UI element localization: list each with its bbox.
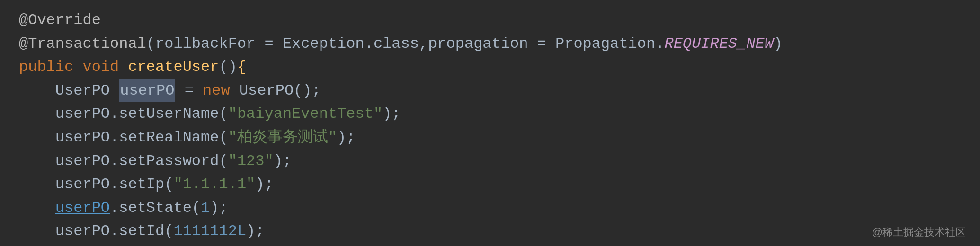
open-brace: { [237, 55, 246, 79]
indent-7 [19, 220, 55, 243]
paren-r4: ); [255, 173, 273, 196]
dot-5: . [110, 196, 119, 220]
method-setip: setIp [119, 173, 164, 196]
paren-r2: ); [337, 126, 355, 149]
var-userpo-11: userPO [101, 243, 155, 246]
str-ip: "1.1.1.1" [173, 173, 255, 196]
paren-l3: ( [219, 149, 228, 173]
var-userpo-10: userPO [55, 220, 110, 243]
dot-1: . [110, 102, 119, 126]
str-baiyan: "baiyanEventTest" [228, 102, 383, 126]
var-userpo-highlighted: userPO [119, 79, 175, 103]
type-userpo-2: UserPO [239, 79, 294, 103]
code-line-6: userPO.setRealName("柏炎事务测试"); [0, 126, 980, 149]
annotation-transactional: @Transactional [19, 32, 146, 56]
paren-l7: ( [92, 243, 101, 246]
indent-6 [19, 196, 55, 220]
paren-r3: ); [274, 149, 292, 173]
paren-l6: ( [164, 220, 173, 243]
paren-r5: ); [210, 196, 228, 220]
paren-r6: ); [246, 220, 264, 243]
paren-l5: ( [192, 196, 201, 220]
paren-l2: ( [219, 126, 228, 149]
exception-class: Exception.class [283, 32, 419, 56]
code-line-3: public void createUser(){ [0, 55, 980, 79]
code-line-1: @Override [0, 9, 980, 32]
paren-close: ) [774, 32, 783, 56]
assign: = [175, 79, 203, 103]
indent-1 [19, 79, 55, 103]
str-chinese: "柏炎事务测试" [228, 126, 337, 149]
equals-2: = [528, 32, 555, 56]
indent-2 [19, 102, 55, 126]
indent-4 [19, 149, 55, 173]
indent-8 [19, 243, 55, 246]
paren-r7: ); [155, 243, 173, 246]
paren-l4: ( [164, 173, 173, 196]
requires-new: REQUIRES_NEW [664, 32, 773, 56]
paren-open: ( [146, 32, 155, 56]
var-userpo-8: userPO [55, 173, 110, 196]
code-line-4: UserPO userPO = new UserPO(); [0, 79, 980, 103]
propagation-class: Propagation. [555, 32, 664, 56]
code-line-8: userPO.setIp("1.1.1.1"); [0, 173, 980, 196]
code-line-7: userPO.setPassword("123"); [0, 149, 980, 173]
num-id: 1111112L [173, 220, 246, 243]
space-2 [119, 55, 128, 79]
type-userpo-1: UserPO [55, 79, 110, 103]
var-userpo-5: userPO [55, 102, 110, 126]
keyword-void: void [82, 55, 119, 79]
method-setstate: setState [119, 196, 192, 220]
num-1: 1 [201, 196, 210, 220]
code-line-5: userPO.setUserName("baiyanEventTest"); [0, 102, 980, 126]
dot-2: . [110, 126, 119, 149]
var-userpo-9-underline: userPO [55, 196, 110, 220]
method-setusername: setUserName [119, 102, 219, 126]
code-line-9: userPO.setState(1); [0, 196, 980, 220]
keyword-public: public [19, 55, 73, 79]
space-3 [110, 79, 119, 103]
method-setpassword: setPassword [119, 149, 219, 173]
dot-3: . [110, 149, 119, 173]
paren-l1: ( [219, 102, 228, 126]
var-userpo-6: userPO [55, 126, 110, 149]
indent-5 [19, 173, 55, 196]
method-setid: setId [119, 220, 164, 243]
paren-r1: ); [383, 102, 401, 126]
var-userpo-7: userPO [55, 149, 110, 173]
method-setrealname: setRealName [119, 126, 219, 149]
code-editor: @Override @Transactional(rollbackFor = E… [0, 0, 980, 246]
method-parens: () [219, 55, 237, 79]
space-1 [73, 55, 82, 79]
constructor-parens: (); [294, 79, 321, 103]
code-line-2: @Transactional(rollbackFor = Exception.c… [0, 32, 980, 56]
dot-4: . [110, 173, 119, 196]
method-create-user: createUser [128, 55, 219, 79]
comma-1: , [419, 32, 428, 56]
str-123: "123" [228, 149, 274, 173]
keyword-new-1: new [203, 79, 230, 103]
space-4 [230, 79, 239, 103]
equals-1: = [255, 32, 283, 56]
indent-3 [19, 126, 55, 149]
watermark-text: @稀土掘金技术社区 [872, 224, 966, 240]
code-line-10: userPO.setId(1111112L); [0, 220, 980, 243]
dot-6: . [110, 220, 119, 243]
method-save: save [55, 243, 92, 246]
param-rollback-for: rollbackFor [155, 32, 255, 56]
code-line-11: save(userPO); [0, 243, 980, 246]
param-propagation: propagation [428, 32, 528, 56]
annotation-override: @Override [19, 9, 101, 32]
